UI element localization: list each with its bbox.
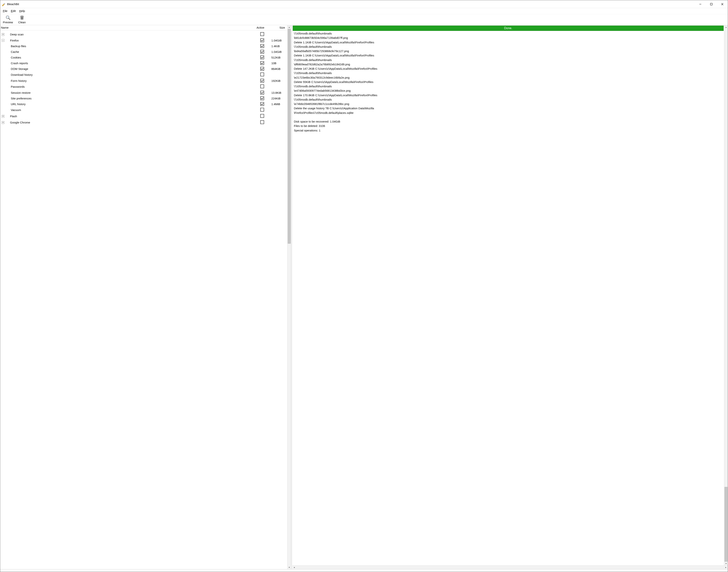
log-line: \bd4a59afb057485b7293868cfe79c127.png xyxy=(294,49,723,53)
clean-button[interactable]: Clean xyxy=(17,15,26,24)
active-checkbox[interactable] xyxy=(260,50,264,54)
scroll-up-icon[interactable]: ▴ xyxy=(287,25,291,29)
size-value: 864KiB xyxy=(271,67,287,70)
active-checkbox[interactable] xyxy=(260,114,264,118)
app-icon xyxy=(1,2,5,6)
tree-row-ff-sess[interactable]: Session restore13.8KiB xyxy=(0,90,287,95)
progress-bar: Done. xyxy=(293,25,724,31)
scroll-down-icon[interactable]: ▾ xyxy=(287,565,291,569)
preview-label: Preview xyxy=(3,21,13,24)
active-checkbox[interactable] xyxy=(260,73,264,76)
tree-header: Name Active Size xyxy=(0,25,287,30)
magnifier-icon xyxy=(5,15,11,20)
column-name[interactable]: Name xyxy=(1,26,256,29)
tree-row-label: Site preferences xyxy=(11,97,32,100)
tree-row-label: Cache xyxy=(11,50,19,53)
tree-row-chrome[interactable]: +Google Chrome xyxy=(0,119,287,126)
log-line: \7z05modb.default\thumbnails xyxy=(294,58,723,62)
active-checkbox[interactable] xyxy=(260,96,264,100)
log-line: \7z05modb.default\thumbnails xyxy=(294,97,723,102)
size-value: 1.04GiB xyxy=(271,39,287,42)
tree-vertical-scrollbar[interactable]: ▴ ▾ xyxy=(287,25,291,569)
clean-label: Clean xyxy=(18,21,25,24)
tree-row-label: Google Chrome xyxy=(10,121,30,124)
log-output[interactable]: \7z05modb.default\thumbnails\b81dcfc8887… xyxy=(292,31,724,565)
size-value: 1.04GiB xyxy=(271,50,287,53)
log-line: \7z05modb.default\thumbnails xyxy=(294,45,723,49)
tree-row-firefox[interactable]: −Firefox1.04GiB xyxy=(0,38,287,43)
expand-icon[interactable]: + xyxy=(2,33,4,36)
size-value: 1.4KiB xyxy=(271,45,287,48)
scroll-thumb[interactable] xyxy=(288,29,291,243)
svg-line-5 xyxy=(8,18,10,20)
active-checkbox[interactable] xyxy=(260,102,264,106)
log-line: \7z05modb.default\thumbnails xyxy=(294,31,723,35)
tree-row-ff-vac[interactable]: Vacuum xyxy=(0,107,287,113)
column-size[interactable]: Size xyxy=(270,26,286,29)
size-value: 13.8KiB xyxy=(271,91,287,94)
column-active[interactable]: Active xyxy=(256,26,270,29)
scroll-right-icon[interactable]: ▸ xyxy=(724,566,728,569)
active-checkbox[interactable] xyxy=(260,84,264,88)
svg-rect-1 xyxy=(710,3,712,5)
menu-help-rest: elp xyxy=(21,9,25,12)
active-checkbox[interactable] xyxy=(260,120,264,124)
menu-edit-rest: dit xyxy=(13,9,16,12)
close-button[interactable] xyxy=(717,0,728,8)
menu-help[interactable]: Help xyxy=(19,9,25,12)
log-line: Special operations: 1 xyxy=(294,128,723,133)
scroll-left-icon[interactable]: ◂ xyxy=(292,566,296,569)
tree-row-ff-dom[interactable]: DOM Storage864KiB xyxy=(0,66,287,72)
menu-file[interactable]: File xyxy=(3,9,7,12)
trash-icon xyxy=(19,15,25,20)
tree-row-label: Deep scan xyxy=(10,33,24,36)
log-line: Delete the usage history ?B C:\Users\z\A… xyxy=(294,106,723,111)
tree-row-ff-cache[interactable]: Cache1.04GiB xyxy=(0,49,287,55)
log-line: \b81dcfc88873b504c596a7139a6d07ff.png xyxy=(294,35,723,40)
tree-row-label: Cookies xyxy=(11,56,21,59)
active-checkbox[interactable] xyxy=(260,32,264,36)
tree-row-ff-dl[interactable]: Download history xyxy=(0,72,287,78)
preview-button[interactable]: Preview xyxy=(2,15,14,24)
cleaner-tree[interactable]: +Deep scan−Firefox1.04GiBBackup files1.4… xyxy=(0,30,287,569)
active-checkbox[interactable] xyxy=(260,44,264,48)
tree-row-label: Session restore xyxy=(11,91,31,94)
tree-row-label: DOM Storage xyxy=(11,67,28,70)
active-checkbox[interactable] xyxy=(260,91,264,94)
active-checkbox[interactable] xyxy=(260,56,264,59)
expand-icon[interactable]: + xyxy=(2,115,4,118)
progress-label: Done. xyxy=(504,26,512,30)
tree-row-flash[interactable]: +Flash xyxy=(0,113,287,119)
tree-row-ff-cookies[interactable]: Cookies512KiB xyxy=(0,55,287,60)
scroll-thumb[interactable] xyxy=(725,487,727,562)
log-line: \7z05modb.default\thumbnails xyxy=(294,71,723,75)
tree-row-ff-backup[interactable]: Backup files1.4KiB xyxy=(0,43,287,49)
scroll-down-icon[interactable]: ▾ xyxy=(724,562,728,565)
tree-row-ff-form[interactable]: Form history192KiB xyxy=(0,78,287,83)
size-value: 512KiB xyxy=(271,56,287,59)
active-checkbox[interactable] xyxy=(260,108,264,112)
maximize-button[interactable] xyxy=(706,0,717,8)
log-line: Delete 55KiB C:\Users\z\AppData\Local\Mo… xyxy=(294,80,723,84)
tree-row-label: Form history xyxy=(11,79,26,82)
scroll-up-icon[interactable]: ▴ xyxy=(724,25,728,29)
size-value: 1.4MiB xyxy=(271,102,287,106)
tree-row-label: URL history xyxy=(11,102,25,106)
active-checkbox[interactable] xyxy=(260,67,264,71)
log-horizontal-scrollbar[interactable]: ◂ ▸ xyxy=(292,565,728,569)
collapse-icon[interactable]: − xyxy=(2,39,4,42)
tree-row-ff-crash[interactable]: Crash reports10B xyxy=(0,60,287,66)
minimize-button[interactable] xyxy=(695,0,706,8)
log-line: \e74b6c094853981f8b7c1ccde49b28bc.png xyxy=(294,102,723,106)
active-checkbox[interactable] xyxy=(260,79,264,83)
active-checkbox[interactable] xyxy=(260,61,264,65)
tree-row-ff-pw[interactable]: Passwords xyxy=(0,83,287,90)
active-checkbox[interactable] xyxy=(260,39,264,42)
expand-icon[interactable]: + xyxy=(2,121,4,124)
log-vertical-scrollbar[interactable]: ▴ ▾ xyxy=(724,25,728,565)
tree-row-deepscan[interactable]: +Deep scan xyxy=(0,31,287,38)
tree-row-ff-site[interactable]: Site preferences224KiB xyxy=(0,95,287,101)
tree-row-label: Flash xyxy=(10,115,17,118)
tree-row-ff-url[interactable]: URL history1.4MiB xyxy=(0,101,287,107)
menu-edit[interactable]: Edit xyxy=(11,9,16,12)
